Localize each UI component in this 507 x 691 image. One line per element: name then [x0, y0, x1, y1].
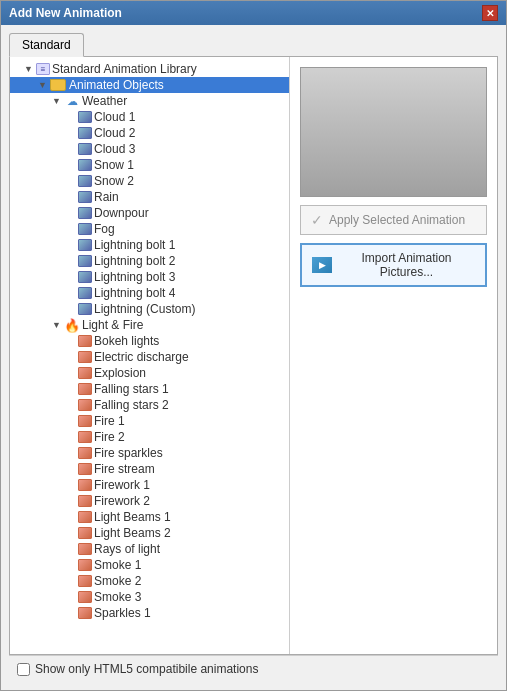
tree-item[interactable]: ▶ Light Beams 1 — [10, 509, 289, 525]
tree-item[interactable]: ▶ Rays of light — [10, 541, 289, 557]
fire-icon: 🔥 — [64, 318, 80, 332]
import-label: Import Animation Pictures... — [338, 251, 475, 279]
tree-item[interactable]: ▶ Lightning bolt 2 — [10, 253, 289, 269]
import-button[interactable]: ▶ Import Animation Pictures... — [300, 243, 487, 287]
light-fire-group[interactable]: ▼ 🔥 Light & Fire — [10, 317, 289, 333]
tree-item[interactable]: ▶ Smoke 3 — [10, 589, 289, 605]
tree-item[interactable]: ▶ Smoke 2 — [10, 573, 289, 589]
library-icon: ≡ — [36, 63, 50, 75]
tree-item[interactable]: ▶ Downpour — [10, 205, 289, 221]
tree-item[interactable]: ▶ Lightning (Custom) — [10, 301, 289, 317]
expand-icon: ▼ — [52, 96, 64, 106]
light-fire-label: Light & Fire — [82, 318, 143, 332]
fire-items-container: ▶ Bokeh lights ▶ Electric discharge ▶ Ex… — [10, 333, 289, 621]
main-window: Add New Animation ✕ Standard ▼ ≡ Standar… — [0, 0, 507, 691]
footer-row: Show only HTML5 compatibile animations — [9, 655, 498, 682]
tree-item[interactable]: ▶ Falling stars 1 — [10, 381, 289, 397]
expand-icon: ▼ — [24, 64, 36, 74]
tree-item[interactable]: ▶ Cloud 2 — [10, 125, 289, 141]
tree-item[interactable]: ▶ Lightning bolt 4 — [10, 285, 289, 301]
tab-bar: Standard — [9, 33, 498, 57]
tree-panel[interactable]: ▼ ≡ Standard Animation Library ▼ Animate… — [10, 57, 290, 654]
tree-item[interactable]: ▶ Firework 1 — [10, 477, 289, 493]
weather-items-container: ▶ Cloud 1 ▶ Cloud 2 ▶ Cloud 3 ▶ — [10, 109, 289, 317]
tree-item[interactable]: ▶ Fire stream — [10, 461, 289, 477]
check-icon: ✓ — [311, 212, 323, 228]
import-icon: ▶ — [312, 257, 332, 273]
title-bar: Add New Animation ✕ — [1, 1, 506, 25]
apply-label: Apply Selected Animation — [329, 213, 465, 227]
tree-item[interactable]: ▶ Smoke 1 — [10, 557, 289, 573]
html5-checkbox[interactable] — [17, 663, 30, 676]
animated-objects-item[interactable]: ▼ Animated Objects — [10, 77, 289, 93]
expand-icon: ▼ — [52, 320, 64, 330]
tree-item[interactable]: ▶ Light Beams 2 — [10, 525, 289, 541]
tree-item[interactable]: ▶ Electric discharge — [10, 349, 289, 365]
preview-box — [300, 67, 487, 197]
tree-item[interactable]: ▶ Sparkles 1 — [10, 605, 289, 621]
tab-standard[interactable]: Standard — [9, 33, 84, 57]
animated-objects-label: Animated Objects — [69, 78, 164, 92]
html5-label: Show only HTML5 compatibile animations — [35, 662, 258, 676]
tree-item[interactable]: ▶ Snow 2 — [10, 173, 289, 189]
tree-item[interactable]: ▶ Rain — [10, 189, 289, 205]
expand-icon: ▼ — [38, 80, 50, 90]
right-panel: ✓ Apply Selected Animation ▶ Import Anim… — [290, 57, 497, 654]
tree-item[interactable]: ▶ Falling stars 2 — [10, 397, 289, 413]
close-button[interactable]: ✕ — [482, 5, 498, 21]
weather-label: Weather — [82, 94, 127, 108]
weather-icon: ☁ — [64, 94, 80, 108]
tree-item[interactable]: ▶ Cloud 1 — [10, 109, 289, 125]
tree-item[interactable]: ▶ Fire 1 — [10, 413, 289, 429]
root-label: Standard Animation Library — [52, 62, 197, 76]
window-title: Add New Animation — [9, 6, 122, 20]
tree-item[interactable]: ▶ Bokeh lights — [10, 333, 289, 349]
weather-group[interactable]: ▼ ☁ Weather — [10, 93, 289, 109]
tree-item[interactable]: ▶ Snow 1 — [10, 157, 289, 173]
tree-item[interactable]: ▶ Fog — [10, 221, 289, 237]
tree-item[interactable]: ▶ Fire sparkles — [10, 445, 289, 461]
tree-item[interactable]: ▶ Lightning bolt 3 — [10, 269, 289, 285]
tree-item[interactable]: ▶ Firework 2 — [10, 493, 289, 509]
apply-button[interactable]: ✓ Apply Selected Animation — [300, 205, 487, 235]
window-content: Standard ▼ ≡ Standard Animation Library … — [1, 25, 506, 690]
tree-item[interactable]: ▶ Lightning bolt 1 — [10, 237, 289, 253]
tree-item[interactable]: ▶ Fire 2 — [10, 429, 289, 445]
tree-item[interactable]: ▶ Explosion — [10, 365, 289, 381]
folder-icon — [50, 79, 66, 91]
tree-item[interactable]: ▶ Cloud 3 — [10, 141, 289, 157]
tree-root[interactable]: ▼ ≡ Standard Animation Library — [10, 61, 289, 77]
main-panel: ▼ ≡ Standard Animation Library ▼ Animate… — [9, 56, 498, 655]
